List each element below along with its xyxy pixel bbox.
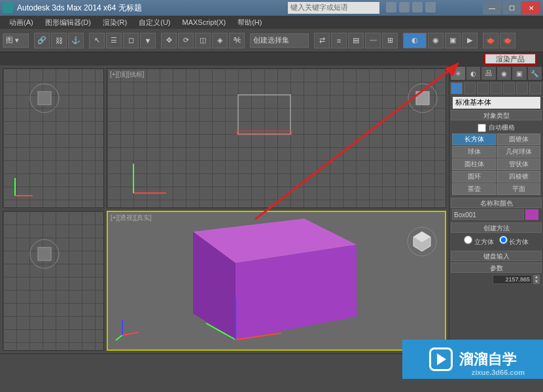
auto-grid-checkbox[interactable] [478,124,486,132]
main-toolbar: 图 ▾ 🔗 ⛓ ⚓ ↖ ☰ ◻ ▼ ✥ ⟳ ◫ ◈ ℀ 创建选择集 ⇄ ≡ ▤ … [0,29,543,52]
align-icon[interactable]: ≡ [331,33,347,48]
geometry-icon[interactable] [451,82,463,94]
title-bar: Autodesk 3ds Max 2014 x64 无标题 键入关键字或短语 —… [0,0,543,16]
tab-create[interactable]: ✳ [451,67,465,80]
menu-help[interactable]: 帮助(H) [232,16,267,29]
watermark: 溜溜自学 zixue.3d66.com [402,340,543,379]
geo-cone-button[interactable]: 圆锥体 [497,134,540,145]
tab-motion[interactable]: ◉ [497,67,512,80]
viewport-perspective[interactable]: [+][透视][真实] [107,211,446,351]
systems-icon[interactable] [529,82,541,94]
app-icon [3,3,13,13]
svg-line-22 [116,335,122,340]
maximize-button[interactable]: ☐ [502,1,521,14]
steering-icon[interactable] [425,2,436,12]
rollout-keyboard-entry[interactable]: 键盘输入 [451,251,542,261]
viewport-front[interactable] [3,68,104,208]
geo-plane-button[interactable]: 平面 [497,183,540,195]
tab-utilities[interactable]: 🔧 [528,67,542,80]
svg-rect-1 [38,92,51,105]
auto-grid-label: 自动栅格 [489,123,515,132]
rotate-icon[interactable]: ⟳ [178,33,194,48]
cameras-icon[interactable] [490,82,502,94]
param-length-input[interactable] [493,275,532,284]
viewport-label: [+][透视][真实] [111,213,152,223]
viewport-left[interactable] [3,211,104,351]
rollout-creation-method[interactable]: 创建方法 [451,223,542,233]
render-setup-icon[interactable]: ◉ [428,33,444,48]
menu-animation[interactable]: 动画(A) [4,16,39,29]
tab-modify[interactable]: ◐ [466,67,481,80]
help-search-input[interactable]: 键入关键字或短语 [288,2,379,14]
material-editor-icon[interactable]: ◐ [403,33,427,48]
spin-up-icon[interactable]: ▲ [533,275,540,279]
svg-rect-11 [38,247,51,260]
object-name-input[interactable] [452,209,524,220]
play-icon [429,347,453,371]
star-icon[interactable] [412,2,423,12]
viewcube-icon[interactable] [406,225,438,258]
geo-geosphere-button[interactable]: 几何球体 [497,146,540,158]
schematic-icon[interactable]: ⊞ [382,33,398,48]
geo-sphere-button[interactable]: 球体 [452,146,496,158]
menu-bar: 动画(A) 图形编辑器(D) 渲染(R) 自定义(U) MAXScript(X)… [0,16,543,29]
link-icon[interactable]: 🔗 [34,33,50,48]
selection-set-dropdown[interactable]: 创建选择集 [250,33,309,48]
move-icon[interactable]: ✥ [161,33,177,48]
mirror-icon[interactable]: ⇄ [314,33,330,48]
layer-icon[interactable]: ▤ [348,33,364,48]
teapot-render-icon[interactable]: 🫖 [483,33,499,48]
axis-gizmo-icon [114,317,141,343]
curve-editor-icon[interactable]: 〰 [365,33,381,48]
viewcube-icon[interactable] [28,238,61,270]
cmd-icon[interactable] [399,2,410,12]
menu-graph[interactable]: 图形编辑器(D) [40,16,96,29]
spacewarps-icon[interactable] [516,82,528,94]
radio-box[interactable]: 长方体 [499,236,529,247]
select-name-icon[interactable]: ☰ [106,33,122,48]
menu-customize[interactable]: 自定义(U) [133,16,175,29]
box-object[interactable] [167,212,376,349]
geo-pyramid-button[interactable]: 四棱锥 [497,171,540,183]
geo-box-button[interactable]: 长方体 [452,134,496,145]
helpers-icon[interactable] [503,82,515,94]
bind-icon[interactable]: ⚓ [68,33,84,48]
rollout-parameters[interactable]: 参数 [451,262,542,273]
teapot-quick-icon[interactable]: 🫖 [500,33,516,48]
scale-icon[interactable]: ◫ [195,33,211,48]
ref-coord-icon[interactable]: ◈ [212,33,228,48]
close-button[interactable]: ✕ [522,1,540,14]
tab-hierarchy[interactable]: 品 [482,67,496,80]
shapes-icon[interactable] [464,82,476,94]
viewport-top[interactable]: [+][顶][线框] [107,68,446,208]
geo-torus-button[interactable]: 圆环 [452,171,496,183]
menu-maxscript[interactable]: MAXScript(X) [177,17,232,27]
radio-cube[interactable]: 立方体 [464,236,494,247]
watermark-url: zixue.3d66.com [472,368,525,376]
rollout-name-color[interactable]: 名称和颜色 [451,198,542,208]
primitive-type-dropdown[interactable]: 标准基本体 [453,97,540,109]
geo-cylinder-button[interactable]: 圆柱体 [452,158,496,170]
spin-down-icon[interactable]: ▼ [533,279,540,284]
geo-tube-button[interactable]: 管状体 [497,158,540,170]
object-color-swatch[interactable] [525,209,538,220]
rollout-object-type[interactable]: 对象类型 [451,110,542,120]
system-icons [386,2,436,12]
menu-rendering[interactable]: 渲染(R) [97,16,132,29]
top-view-content [107,69,446,207]
minimize-button[interactable]: — [483,1,501,14]
render-icon[interactable]: ▶ [462,33,478,48]
tab-display[interactable]: ▣ [512,67,527,80]
select-rect-icon[interactable]: ◻ [123,33,139,48]
info-icon[interactable] [386,2,396,12]
select-filter-icon[interactable]: ▼ [140,33,156,48]
unlink-icon[interactable]: ⛓ [51,33,67,48]
render-product-button[interactable]: 渲染产品 [484,53,536,65]
render-frame-icon[interactable]: ▣ [445,33,461,48]
view-dropdown[interactable]: 图 ▾ [3,33,29,48]
percent-icon[interactable]: ℀ [229,33,245,48]
geo-teapot-button[interactable]: 茶壶 [452,183,496,195]
viewcube-icon[interactable] [28,82,61,115]
lights-icon[interactable] [477,82,489,94]
select-icon[interactable]: ↖ [89,33,105,48]
